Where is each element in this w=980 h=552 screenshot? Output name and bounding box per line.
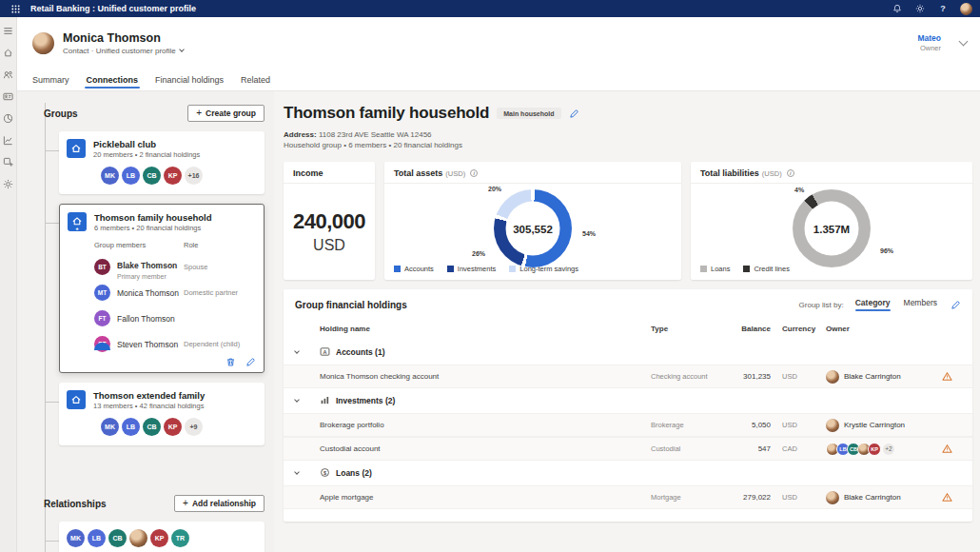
plus-icon: +	[196, 110, 202, 116]
warning-icon	[932, 492, 961, 503]
chevron-down-icon[interactable]	[959, 37, 969, 47]
assets-legend: Accounts Investments Long-term savings	[394, 265, 578, 273]
contact-avatar	[32, 32, 54, 54]
tab-related[interactable]: Related	[241, 75, 270, 90]
household-home-icon: ★	[68, 212, 87, 231]
income-value: 240,000	[293, 209, 365, 234]
assets-total: 305,552	[506, 202, 560, 256]
holding-row[interactable]: Apple mortgage Mortgage 279,022 USD Blak…	[284, 485, 972, 509]
add-box-icon[interactable]	[2, 156, 15, 168]
income-currency: USD	[313, 237, 345, 254]
chevron-down-icon[interactable]	[294, 469, 300, 475]
record-tabs: Summary Connections Financial holdings R…	[17, 69, 980, 91]
groups-title: Groups	[44, 108, 187, 119]
info-icon[interactable]: i	[470, 169, 478, 177]
star-icon: ★	[75, 227, 79, 231]
avatar: BT	[94, 259, 110, 275]
owner-assignment[interactable]: Mateo Owner	[917, 33, 941, 52]
member-row[interactable]: MT Monica Thomson Domestic partner	[94, 280, 256, 306]
holdings-title: Group financial holdings	[295, 300, 799, 310]
avatar	[94, 343, 110, 350]
group-card-pickleball[interactable]: Pickleball club 20 members • 2 financial…	[59, 131, 265, 194]
relationships-title: Relationships	[44, 499, 174, 509]
section-row-loans[interactable]: $ Loans (2)	[284, 461, 972, 485]
info-icon[interactable]: i	[787, 169, 794, 177]
groups-panel: Groups + Create group Pickleball club	[17, 91, 274, 552]
page-title: Thomson family household	[284, 104, 489, 123]
avatar: KP	[164, 418, 182, 436]
notifications-icon[interactable]	[890, 4, 905, 13]
group-list-by-label: Group list by:	[799, 301, 844, 309]
avatar: CB	[143, 167, 161, 185]
top-app-bar: Retail Banking : Unified customer profil…	[0, 0, 980, 17]
avatar: LB	[88, 529, 106, 547]
tab-summary[interactable]: Summary	[32, 75, 69, 90]
contact-name: Monica Thomson	[63, 31, 917, 45]
help-icon[interactable]: ?	[935, 4, 951, 13]
avatar-overflow[interactable]: +9	[185, 418, 203, 436]
add-relationship-button[interactable]: + Add relationship	[174, 495, 265, 512]
avatar: KP	[868, 443, 881, 456]
chevron-down-icon[interactable]	[294, 397, 300, 403]
edit-group-icon[interactable]	[245, 357, 256, 367]
warning-icon	[932, 444, 961, 454]
total-assets-card: Total assets (USD) i 305,552 54% 26% 20%	[384, 162, 681, 280]
view-members[interactable]: Members	[904, 298, 937, 311]
holding-row[interactable]: Monica Thomson checking account Checking…	[284, 365, 972, 388]
form-selector[interactable]: Contact · Unified customer profile	[63, 47, 917, 55]
holding-row[interactable]: Brokerage portfolio Brokerage 5,050 USD …	[284, 413, 972, 437]
avatar: TR	[171, 529, 189, 547]
line-chart-icon[interactable]	[2, 134, 15, 147]
member-row[interactable]: BT Blake ThomsonPrimary member Spouse	[94, 254, 256, 280]
group-card-extended-family[interactable]: Thomson extended family 13 members • 42 …	[59, 383, 265, 445]
edit-title-icon[interactable]	[569, 108, 579, 119]
avatar	[129, 529, 147, 547]
section-row-investments[interactable]: Investments (2)	[284, 388, 972, 413]
delete-group-icon[interactable]	[225, 357, 236, 367]
avatar-overflow[interactable]: +16	[185, 167, 203, 185]
relationships-card[interactable]: MK LB CB KP TR	[59, 522, 265, 552]
assets-donut-chart: 305,552 54% 26% 20%	[494, 189, 572, 267]
tab-connections[interactable]: Connections	[87, 75, 139, 90]
group-card-household[interactable]: ★ Thomson family household 6 members • 2…	[59, 204, 265, 373]
household-meta: Household group • 6 members • 20 financi…	[284, 141, 972, 149]
chevron-down-icon[interactable]	[294, 348, 300, 354]
investments-icon	[320, 395, 330, 407]
loans-icon: $	[320, 467, 330, 480]
create-group-button[interactable]: + Create group	[187, 105, 265, 122]
total-liabilities-card: Total liabilities (USD) i 1.357M 4% 96%	[691, 162, 972, 280]
owner-facepile: LB CB KP +2	[826, 443, 932, 456]
income-card: Income 240,000 USD	[284, 162, 375, 280]
warning-icon	[932, 371, 961, 382]
pie-chart-icon[interactable]	[2, 112, 15, 125]
view-category[interactable]: Category	[855, 298, 891, 311]
people-icon[interactable]	[2, 69, 15, 81]
member-facepile: MK LB CB KP +16	[101, 167, 257, 185]
settings-icon[interactable]	[912, 4, 928, 13]
avatar: MK	[101, 418, 119, 436]
settings-icon[interactable]	[2, 178, 15, 190]
group-financial-holdings-panel: Group financial holdings Group list by: …	[284, 289, 972, 522]
avatar: CB	[143, 418, 161, 436]
member-row[interactable]: ST Steven Thomson Dependent (child)	[94, 331, 256, 357]
app-launcher-icon[interactable]	[8, 5, 23, 13]
owner-name[interactable]: Mateo	[917, 33, 941, 43]
contact-card-icon[interactable]	[2, 90, 15, 103]
avatar: MT	[94, 285, 110, 301]
holding-row[interactable]: Custodial account Custodial 547 CAD LB C…	[284, 437, 972, 461]
avatar-overflow[interactable]: +2	[883, 444, 894, 455]
avatar: CB	[108, 529, 127, 547]
tab-financial-holdings[interactable]: Financial holdings	[155, 75, 224, 90]
plus-icon: +	[183, 501, 188, 506]
avatar	[826, 491, 839, 504]
user-avatar[interactable]	[960, 3, 972, 15]
edit-holdings-icon[interactable]	[951, 300, 961, 310]
liabilities-legend: Loans Credit lines	[700, 265, 790, 273]
retail-banking-app: Retail Banking : Unified customer profil…	[0, 0, 980, 552]
menu-icon[interactable]	[2, 25, 15, 37]
home-icon[interactable]	[2, 47, 15, 59]
member-row[interactable]: FT Fallon Thomson	[94, 306, 256, 331]
section-row-accounts[interactable]: A Accounts (1)	[284, 340, 972, 365]
avatar	[826, 370, 839, 384]
household-detail-pane: Thomson family household Main household …	[274, 91, 980, 552]
